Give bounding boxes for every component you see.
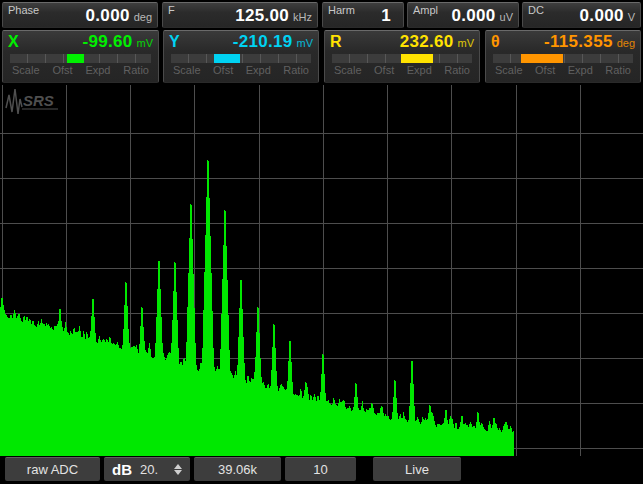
channel-r-box[interactable]: R 232.60mV Scale Ofst Expd Ratio [324,30,480,83]
channel-r-scale-button[interactable]: Scale [334,64,362,76]
channel-r-unit: mV [458,37,475,49]
channel-y-bar-meter [171,54,311,63]
channel-y-bar-segment [214,54,239,63]
channel-x-expd-button[interactable]: Expd [85,64,110,76]
channel-r-ofst-button[interactable]: Ofst [374,64,394,76]
amplitude-box[interactable]: Ampl 0.000uV [407,2,519,28]
channel-y-unit: mV [297,37,314,49]
channel-theta-bar-segment [521,54,563,63]
channel-r-bar-segment [401,54,433,63]
channel-x-box[interactable]: X -99.60mV Scale Ofst Expd Ratio [2,30,159,83]
channel-x-name: X [8,33,19,51]
phase-label: Phase [8,4,39,16]
channel-x-value: -99.60 [82,32,132,52]
db-scale-button[interactable]: dB 20. [104,457,190,481]
dc-offset-box[interactable]: DC 0.000V [522,2,641,28]
channel-theta-ofst-button[interactable]: Ofst [535,64,555,76]
svg-text:SRS: SRS [23,92,54,109]
channel-r-ratio-button[interactable]: Ratio [444,64,470,76]
harmonic-value: 1 [381,6,391,26]
dc-offset-label: DC [528,4,544,16]
db-label: dB [112,461,132,478]
mode-button[interactable]: Live [373,457,461,481]
mode-label: Live [405,462,429,477]
span-button[interactable]: 39.06k [194,457,281,481]
phase-box[interactable]: Phase 0.000deg [2,2,158,28]
channel-theta-scale-button[interactable]: Scale [495,64,523,76]
spectrum-trace [0,141,514,456]
spectrum-svg: SRS [0,85,643,456]
channel-y-ratio-button[interactable]: Ratio [283,64,309,76]
averages-button[interactable]: 10 [285,457,356,481]
channel-x-bar-segment [67,54,83,63]
channel-theta-name: θ [491,33,500,51]
amplitude-unit: uV [500,11,513,23]
channel-r-bar-meter [332,54,472,63]
channel-r-name: R [330,33,342,51]
srs-logo: SRS [6,89,58,114]
db-per-div-value: 20. [140,462,158,477]
frequency-value: 125.00 [235,6,289,26]
frequency-box[interactable]: F 125.00kHz [162,2,318,28]
source-button-label: raw ADC [27,462,78,477]
source-button[interactable]: raw ADC [5,457,100,481]
channel-y-scale-button[interactable]: Scale [173,64,201,76]
channel-theta-box[interactable]: θ -115.355deg Scale Ofst Expd Ratio [485,30,641,83]
channel-x-unit: mV [137,37,154,49]
channel-x-bar-meter [10,54,151,63]
amplitude-value: 0.000 [451,6,495,26]
channel-x-scale-button[interactable]: Scale [12,64,40,76]
dc-offset-unit: V [628,11,635,23]
averages-value: 10 [313,462,327,477]
phase-value: 0.000 [86,6,130,26]
channel-x-ofst-button[interactable]: Ofst [52,64,72,76]
dc-offset-value: 0.000 [580,6,624,26]
channel-y-value: -210.19 [233,32,293,52]
harmonic-box[interactable]: Harm 1 [322,2,404,28]
channel-theta-value: -115.355 [544,32,613,52]
frequency-label: F [168,4,175,16]
channel-y-ofst-button[interactable]: Ofst [213,64,233,76]
channel-y-name: Y [169,33,180,51]
channel-theta-ratio-button[interactable]: Ratio [605,64,631,76]
channel-theta-unit: deg [617,37,635,49]
spectrum-display[interactable]: SRS [0,85,643,456]
channel-r-value: 232.60 [400,32,454,52]
channel-x-ratio-button[interactable]: Ratio [123,64,149,76]
spinner-arrows-icon[interactable] [174,464,182,475]
channel-y-expd-button[interactable]: Expd [246,64,271,76]
channel-y-box[interactable]: Y -210.19mV Scale Ofst Expd Ratio [163,30,319,83]
harmonic-label: Harm [328,4,355,16]
span-value: 39.06k [218,462,257,477]
frequency-unit: kHz [293,11,312,23]
channel-theta-bar-meter [493,54,633,63]
amplitude-label: Ampl [413,4,438,16]
channel-theta-expd-button[interactable]: Expd [568,64,593,76]
phase-unit: deg [134,11,152,23]
channel-r-expd-button[interactable]: Expd [407,64,432,76]
